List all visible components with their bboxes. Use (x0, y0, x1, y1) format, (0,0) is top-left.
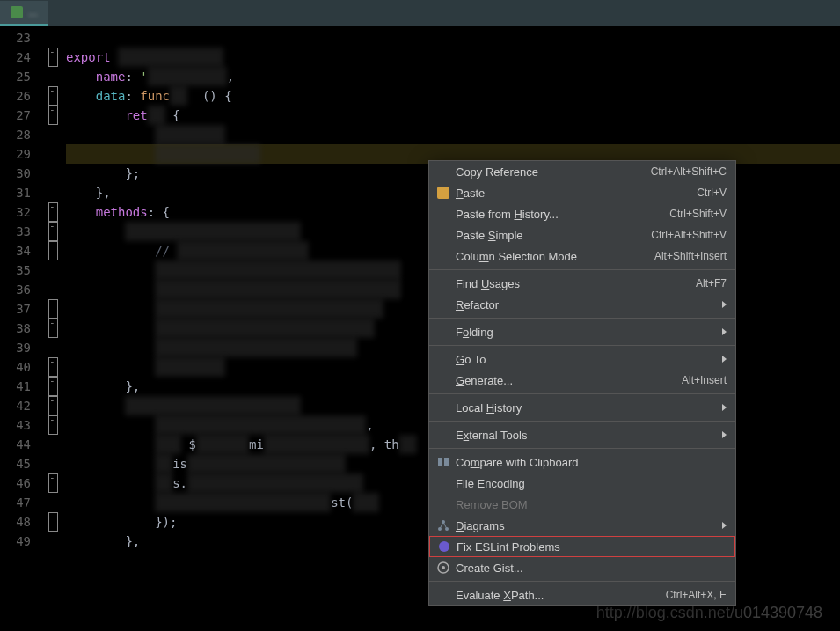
gist-icon (436, 561, 450, 575)
menu-item-evaluate-xpath[interactable]: Evaluate XPath...Ctrl+Alt+X, E (429, 584, 735, 605)
fold-toggle-icon[interactable] (48, 48, 58, 67)
menu-label: Fix ESLint Problems (457, 540, 726, 554)
menu-label: External Tools (456, 429, 722, 442)
menu-item-folding[interactable]: Folding (429, 321, 735, 342)
menu-item-generate[interactable]: Generate...Alt+Insert (429, 370, 735, 391)
menu-item-column-selection-mode[interactable]: Column Selection ModeAlt+Shift+Insert (429, 246, 735, 267)
menu-shortcut: Ctrl+Shift+V (669, 208, 727, 220)
menu-label: Paste from History... (456, 208, 669, 221)
menu-item-paste-simple[interactable]: Paste SimpleCtrl+Alt+Shift+V (429, 224, 735, 246)
line-number: 23 (0, 28, 40, 48)
line-number: 31 (0, 183, 40, 202)
menu-label: Paste Simple (456, 229, 651, 242)
menu-separator (429, 318, 735, 319)
line-number: 49 (0, 532, 40, 551)
fold-toggle-icon[interactable] (48, 415, 58, 435)
submenu-arrow-icon (722, 301, 727, 308)
line-number: 41 (0, 377, 40, 396)
menu-item-external-tools[interactable]: External Tools (429, 424, 735, 445)
vue-file-icon (11, 6, 23, 18)
code-line: name: ' , (66, 67, 840, 86)
line-number: 40 (0, 357, 40, 377)
menu-label: Create Gist... (456, 561, 727, 575)
line-number: 42 (0, 396, 40, 415)
menu-separator (429, 345, 735, 346)
menu-item-compare-with-clipboard[interactable]: Compare with Clipboard (429, 451, 735, 473)
submenu-arrow-icon (722, 356, 727, 363)
fold-toggle-icon[interactable] (48, 512, 58, 532)
line-number: 32 (0, 202, 40, 222)
menu-separator (429, 581, 735, 582)
line-number: 36 (0, 280, 40, 299)
menu-item-fix-eslint-problems[interactable]: Fix ESLint Problems (429, 536, 735, 557)
tab-filename: ... (28, 5, 38, 18)
code-line (66, 125, 840, 144)
menu-label: Diagrams (456, 519, 722, 532)
svg-point-9 (442, 566, 445, 569)
menu-label: Go To (456, 353, 722, 366)
menu-label: Local History (456, 401, 722, 415)
menu-item-paste-from-history[interactable]: Paste from History...Ctrl+Shift+V (429, 203, 735, 224)
line-number: 37 (0, 299, 40, 319)
menu-label: Column Selection Mode (456, 250, 654, 263)
menu-shortcut: Ctrl+V (697, 187, 727, 199)
menu-shortcut: Alt+Insert (682, 374, 727, 386)
menu-item-paste[interactable]: PasteCtrl+V (429, 182, 735, 203)
fold-toggle-icon[interactable] (48, 222, 58, 241)
menu-item-local-history[interactable]: Local History (429, 397, 735, 418)
line-number: 43 (0, 415, 40, 435)
menu-item-find-usages[interactable]: Find UsagesAlt+F7 (429, 273, 735, 294)
menu-item-diagrams[interactable]: Diagrams (429, 515, 735, 536)
menu-label: Remove BOM (456, 498, 727, 511)
code-line (66, 28, 840, 48)
menu-item-copy-reference[interactable]: Copy ReferenceCtrl+Alt+Shift+C (429, 161, 735, 182)
svg-rect-0 (438, 458, 442, 466)
line-number: 26 (0, 86, 40, 106)
line-number: 48 (0, 512, 40, 532)
menu-item-refactor[interactable]: Refactor (429, 294, 735, 315)
svg-rect-1 (444, 458, 449, 466)
menu-separator (429, 269, 735, 270)
paste-icon (436, 186, 450, 200)
menu-label: Evaluate XPath... (456, 589, 666, 602)
fold-toggle-icon[interactable] (48, 473, 58, 493)
fold-toggle-icon[interactable] (48, 377, 58, 396)
fold-toggle-icon[interactable] (48, 299, 58, 319)
fold-toggle-icon[interactable] (48, 202, 58, 222)
menu-label: Paste (456, 187, 697, 200)
menu-label: Compare with Clipboard (456, 456, 727, 469)
svg-line-5 (440, 522, 443, 529)
menu-item-go-to[interactable]: Go To (429, 349, 735, 370)
fold-toggle-icon[interactable] (48, 106, 58, 125)
menu-shortcut: Ctrl+Alt+Shift+V (651, 229, 727, 241)
line-number: 25 (0, 67, 40, 86)
line-number: 45 (0, 454, 40, 473)
fold-toggle-icon[interactable] (48, 357, 58, 377)
menu-item-create-gist[interactable]: Create Gist... (429, 557, 735, 578)
menu-label: Folding (456, 326, 722, 339)
fold-toggle-icon[interactable] (48, 319, 58, 338)
line-number: 44 (0, 435, 40, 454)
diagram-icon (436, 518, 450, 532)
line-number: 35 (0, 260, 40, 280)
fold-toggle-icon[interactable] (48, 396, 58, 415)
line-number: 34 (0, 241, 40, 260)
menu-item-file-encoding[interactable]: File Encoding (429, 473, 735, 494)
editor-tab[interactable]: ... (0, 1, 48, 26)
menu-separator (429, 393, 735, 394)
fold-toggle-icon[interactable] (48, 86, 58, 106)
eslint-icon (437, 539, 451, 554)
line-number: 27 (0, 106, 40, 125)
compare-icon (436, 455, 450, 469)
line-number-gutter: 2324252627282930313233343536373839404142… (0, 26, 40, 631)
line-number: 24 (0, 48, 40, 67)
menu-label: Generate... (456, 374, 682, 387)
menu-separator (429, 421, 735, 422)
line-number: 39 (0, 338, 40, 357)
submenu-arrow-icon (722, 522, 727, 529)
menu-shortcut: Alt+F7 (696, 277, 727, 290)
fold-toggle-icon[interactable] (48, 241, 58, 260)
menu-label: Find Usages (456, 277, 696, 290)
submenu-arrow-icon (722, 404, 727, 411)
line-number: 46 (0, 473, 40, 493)
